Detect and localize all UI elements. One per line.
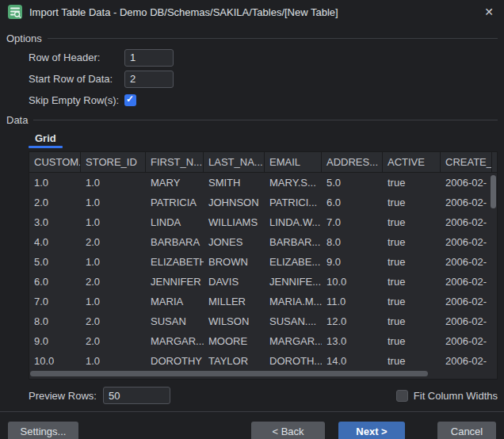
table-row[interactable]: 1.01.0MARYSMITHMARY.S...5.0true2006-02- — [29, 173, 497, 193]
table-cell: 1.0 — [29, 173, 81, 193]
column-header[interactable]: EMAIL — [265, 152, 322, 172]
table-cell: 2006-02- — [441, 212, 492, 232]
column-header[interactable]: ADDRES... — [322, 152, 383, 172]
fit-column-widths-checkbox[interactable] — [396, 390, 408, 402]
table-cell: ELIZABE... — [265, 252, 322, 272]
table-cell: 2006-02- — [441, 252, 492, 272]
table-cell: JOHNSON — [204, 193, 265, 212]
table-cell: true — [383, 212, 441, 232]
table-cell: DOROTHY — [146, 351, 204, 371]
title-bar: Import Table Data - Demo DB/Schemas/SAKI… — [0, 0, 504, 24]
options-group-rule — [48, 38, 498, 39]
table-cell: 2.0 — [81, 311, 146, 331]
preview-controls-row: Preview Rows: Fit Column Widths — [29, 386, 504, 405]
table-cell: DOROTH... — [265, 351, 322, 371]
table-cell: 11.0 — [322, 292, 383, 311]
table-cell: 1.0 — [81, 292, 146, 311]
table-row[interactable]: 7.01.0MARIAMILLERMARIA.M...11.0true2006-… — [29, 292, 497, 311]
horizontal-scrollbar-thumb[interactable] — [30, 371, 428, 376]
table-cell: 1.0 — [81, 351, 146, 371]
table-cell: 5.0 — [29, 252, 81, 272]
table-cell: SMITH — [204, 173, 265, 193]
table-cell: 2006-02- — [441, 232, 492, 252]
skip-empty-rows-checkbox[interactable] — [124, 94, 136, 106]
table-cell: 2.0 — [81, 232, 146, 252]
table-row[interactable]: 3.01.0LINDAWILLIAMSLINDA.W...7.0true2006… — [29, 212, 497, 232]
table-cell: MARY — [146, 173, 204, 193]
table-cell: true — [383, 351, 441, 371]
preview-rows-label: Preview Rows: — [29, 390, 97, 402]
table-cell: MILLER — [204, 292, 265, 311]
tab-grid-active-underline — [29, 146, 63, 148]
column-header[interactable]: LAST_NA... — [204, 152, 265, 172]
table-cell: 1.0 — [81, 212, 146, 232]
import-table-data-dialog: Import Table Data - Demo DB/Schemas/SAKI… — [0, 0, 504, 439]
start-row-of-data-row: Start Row of Data: — [29, 68, 504, 90]
vertical-scrollbar-thumb[interactable] — [491, 175, 496, 208]
table-cell: 1.0 — [81, 193, 146, 212]
table-cell: 8.0 — [322, 232, 383, 252]
table-cell: SUSAN — [146, 311, 204, 331]
table-cell: PATRICIA — [146, 193, 204, 212]
table-cell: LINDA.W... — [265, 212, 322, 232]
table-cell: MARGAR... — [146, 331, 204, 351]
table-cell: 2006-02- — [441, 331, 492, 351]
table-cell: 1.0 — [81, 252, 146, 272]
table-cell: WILSON — [204, 311, 265, 331]
row-of-header-input[interactable] — [124, 49, 174, 67]
table-cell: 2006-02- — [441, 292, 492, 311]
settings-button[interactable]: Settings... — [8, 422, 78, 439]
data-group-label: Data — [6, 114, 28, 126]
start-row-of-data-label: Start Row of Data: — [29, 73, 124, 85]
table-row[interactable]: 9.02.0MARGAR...MOOREMARGAR...13.0true200… — [29, 331, 497, 351]
table-cell: 5.0 — [322, 173, 383, 193]
table-row[interactable]: 5.01.0ELIZABETHBROWNELIZABE...9.0true200… — [29, 252, 497, 272]
options-group-label: Options — [6, 32, 42, 44]
preview-rows-input[interactable] — [103, 387, 170, 404]
cancel-button[interactable]: Cancel — [437, 422, 496, 439]
horizontal-scrollbar-track — [29, 371, 497, 377]
back-button[interactable]: < Back — [251, 422, 325, 439]
column-header[interactable]: CUSTOM... — [29, 152, 81, 172]
close-icon[interactable]: ✕ — [482, 5, 496, 19]
tab-grid-label: Grid — [35, 132, 56, 144]
data-group-rule — [33, 120, 498, 120]
start-row-of-data-input[interactable] — [124, 71, 174, 88]
dialog-title: Import Table Data - Demo DB/Schemas/SAKI… — [29, 6, 338, 18]
table-cell: BARBARA — [146, 232, 204, 252]
table-cell: true — [383, 232, 441, 252]
table-cell: LINDA — [146, 212, 204, 232]
table-cell: JENNIFER — [146, 272, 204, 292]
column-header[interactable]: FIRST_N... — [146, 152, 204, 172]
table-row[interactable]: 4.02.0BARBARAJONESBARBAR...8.0true2006-0… — [29, 232, 497, 252]
table-cell: MARIA — [146, 292, 204, 311]
table-cell: 7.0 — [322, 212, 383, 232]
table-row[interactable]: 6.02.0JENNIFERDAVISJENNIFE...10.0true200… — [29, 272, 497, 292]
table-cell: 2.0 — [81, 272, 146, 292]
table-cell: 13.0 — [322, 331, 383, 351]
row-of-header-row: Row of Header: — [29, 47, 504, 68]
data-tab-strip: Grid — [29, 132, 504, 151]
table-cell: 2006-02- — [441, 272, 492, 292]
table-row[interactable]: 8.02.0SUSANWILSONSUSAN....12.0true2006-0… — [29, 311, 497, 331]
table-cell: true — [383, 272, 441, 292]
tab-grid[interactable]: Grid — [29, 132, 63, 148]
column-header[interactable]: ACTIVE — [383, 152, 441, 172]
table-cell: TAYLOR — [204, 351, 265, 371]
next-button[interactable]: Next > — [338, 422, 405, 439]
column-header[interactable]: CREATE_... — [441, 152, 492, 172]
table-row[interactable]: 10.01.0DOROTHYTAYLORDOROTH...14.0true200… — [29, 351, 497, 371]
grid-body: 1.01.0MARYSMITHMARY.S...5.0true2006-02-2… — [29, 173, 497, 371]
table-cell: JONES — [204, 232, 265, 252]
table-cell: 6.0 — [29, 272, 81, 292]
table-cell: true — [383, 173, 441, 193]
column-header[interactable]: STORE_ID — [81, 152, 146, 172]
fit-column-widths-label: Fit Column Widths — [414, 390, 498, 402]
table-cell: true — [383, 311, 441, 331]
table-row[interactable]: 2.01.0PATRICIAJOHNSONPATRICI...6.0true20… — [29, 193, 497, 212]
table-search-icon — [8, 5, 22, 19]
table-cell: 8.0 — [29, 311, 81, 331]
table-cell: 14.0 — [322, 351, 383, 371]
table-cell: 2.0 — [81, 331, 146, 351]
table-cell: 2006-02- — [441, 351, 492, 371]
